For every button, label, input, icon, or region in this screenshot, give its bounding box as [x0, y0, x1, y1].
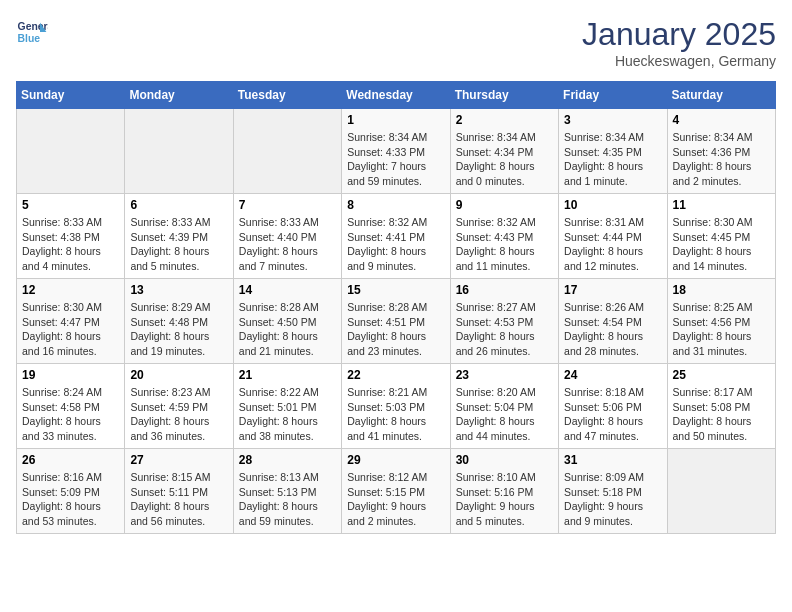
- day-info: Sunrise: 8:24 AMSunset: 4:58 PMDaylight:…: [22, 385, 119, 444]
- weekday-header: Tuesday: [233, 82, 341, 109]
- calendar-cell: 28Sunrise: 8:13 AMSunset: 5:13 PMDayligh…: [233, 449, 341, 534]
- day-number: 5: [22, 198, 119, 212]
- day-number: 6: [130, 198, 227, 212]
- day-number: 23: [456, 368, 553, 382]
- day-info: Sunrise: 8:21 AMSunset: 5:03 PMDaylight:…: [347, 385, 444, 444]
- day-info: Sunrise: 8:15 AMSunset: 5:11 PMDaylight:…: [130, 470, 227, 529]
- day-number: 25: [673, 368, 770, 382]
- weekday-header: Saturday: [667, 82, 775, 109]
- day-number: 2: [456, 113, 553, 127]
- calendar-cell: [667, 449, 775, 534]
- day-number: 15: [347, 283, 444, 297]
- calendar-cell: 5Sunrise: 8:33 AMSunset: 4:38 PMDaylight…: [17, 194, 125, 279]
- day-number: 18: [673, 283, 770, 297]
- calendar-cell: 20Sunrise: 8:23 AMSunset: 4:59 PMDayligh…: [125, 364, 233, 449]
- calendar-cell: 30Sunrise: 8:10 AMSunset: 5:16 PMDayligh…: [450, 449, 558, 534]
- calendar-cell: 9Sunrise: 8:32 AMSunset: 4:43 PMDaylight…: [450, 194, 558, 279]
- calendar-cell: 3Sunrise: 8:34 AMSunset: 4:35 PMDaylight…: [559, 109, 667, 194]
- day-number: 4: [673, 113, 770, 127]
- day-info: Sunrise: 8:34 AMSunset: 4:34 PMDaylight:…: [456, 130, 553, 189]
- day-info: Sunrise: 8:33 AMSunset: 4:39 PMDaylight:…: [130, 215, 227, 274]
- calendar-cell: 22Sunrise: 8:21 AMSunset: 5:03 PMDayligh…: [342, 364, 450, 449]
- weekday-header: Monday: [125, 82, 233, 109]
- day-number: 22: [347, 368, 444, 382]
- day-info: Sunrise: 8:25 AMSunset: 4:56 PMDaylight:…: [673, 300, 770, 359]
- page-header: General Blue January 2025 Hueckeswagen, …: [16, 16, 776, 69]
- calendar-cell: 11Sunrise: 8:30 AMSunset: 4:45 PMDayligh…: [667, 194, 775, 279]
- day-number: 26: [22, 453, 119, 467]
- day-number: 21: [239, 368, 336, 382]
- calendar-cell: 10Sunrise: 8:31 AMSunset: 4:44 PMDayligh…: [559, 194, 667, 279]
- day-info: Sunrise: 8:10 AMSunset: 5:16 PMDaylight:…: [456, 470, 553, 529]
- calendar-cell: 13Sunrise: 8:29 AMSunset: 4:48 PMDayligh…: [125, 279, 233, 364]
- weekday-header-row: SundayMondayTuesdayWednesdayThursdayFrid…: [17, 82, 776, 109]
- day-number: 7: [239, 198, 336, 212]
- calendar-cell: 14Sunrise: 8:28 AMSunset: 4:50 PMDayligh…: [233, 279, 341, 364]
- day-info: Sunrise: 8:17 AMSunset: 5:08 PMDaylight:…: [673, 385, 770, 444]
- day-number: 17: [564, 283, 661, 297]
- day-number: 11: [673, 198, 770, 212]
- calendar-cell: 17Sunrise: 8:26 AMSunset: 4:54 PMDayligh…: [559, 279, 667, 364]
- day-number: 28: [239, 453, 336, 467]
- calendar-cell: 31Sunrise: 8:09 AMSunset: 5:18 PMDayligh…: [559, 449, 667, 534]
- day-info: Sunrise: 8:23 AMSunset: 4:59 PMDaylight:…: [130, 385, 227, 444]
- weekday-header: Thursday: [450, 82, 558, 109]
- day-info: Sunrise: 8:30 AMSunset: 4:47 PMDaylight:…: [22, 300, 119, 359]
- day-number: 24: [564, 368, 661, 382]
- day-info: Sunrise: 8:28 AMSunset: 4:50 PMDaylight:…: [239, 300, 336, 359]
- calendar-cell: 21Sunrise: 8:22 AMSunset: 5:01 PMDayligh…: [233, 364, 341, 449]
- day-info: Sunrise: 8:28 AMSunset: 4:51 PMDaylight:…: [347, 300, 444, 359]
- weekday-header: Friday: [559, 82, 667, 109]
- day-number: 30: [456, 453, 553, 467]
- logo-icon: General Blue: [16, 16, 48, 48]
- title-block: January 2025 Hueckeswagen, Germany: [582, 16, 776, 69]
- day-info: Sunrise: 8:30 AMSunset: 4:45 PMDaylight:…: [673, 215, 770, 274]
- calendar-cell: 25Sunrise: 8:17 AMSunset: 5:08 PMDayligh…: [667, 364, 775, 449]
- day-info: Sunrise: 8:13 AMSunset: 5:13 PMDaylight:…: [239, 470, 336, 529]
- day-info: Sunrise: 8:33 AMSunset: 4:38 PMDaylight:…: [22, 215, 119, 274]
- day-info: Sunrise: 8:22 AMSunset: 5:01 PMDaylight:…: [239, 385, 336, 444]
- day-info: Sunrise: 8:16 AMSunset: 5:09 PMDaylight:…: [22, 470, 119, 529]
- calendar-cell: 23Sunrise: 8:20 AMSunset: 5:04 PMDayligh…: [450, 364, 558, 449]
- day-number: 12: [22, 283, 119, 297]
- calendar-cell: 27Sunrise: 8:15 AMSunset: 5:11 PMDayligh…: [125, 449, 233, 534]
- calendar-cell: 4Sunrise: 8:34 AMSunset: 4:36 PMDaylight…: [667, 109, 775, 194]
- calendar-cell: 7Sunrise: 8:33 AMSunset: 4:40 PMDaylight…: [233, 194, 341, 279]
- calendar-cell: 24Sunrise: 8:18 AMSunset: 5:06 PMDayligh…: [559, 364, 667, 449]
- day-info: Sunrise: 8:32 AMSunset: 4:43 PMDaylight:…: [456, 215, 553, 274]
- weekday-header: Wednesday: [342, 82, 450, 109]
- calendar-week-row: 26Sunrise: 8:16 AMSunset: 5:09 PMDayligh…: [17, 449, 776, 534]
- day-number: 1: [347, 113, 444, 127]
- day-number: 31: [564, 453, 661, 467]
- calendar-cell: 16Sunrise: 8:27 AMSunset: 4:53 PMDayligh…: [450, 279, 558, 364]
- calendar-cell: 19Sunrise: 8:24 AMSunset: 4:58 PMDayligh…: [17, 364, 125, 449]
- day-info: Sunrise: 8:32 AMSunset: 4:41 PMDaylight:…: [347, 215, 444, 274]
- calendar-subtitle: Hueckeswagen, Germany: [582, 53, 776, 69]
- calendar-title: January 2025: [582, 16, 776, 53]
- calendar-week-row: 19Sunrise: 8:24 AMSunset: 4:58 PMDayligh…: [17, 364, 776, 449]
- calendar-week-row: 1Sunrise: 8:34 AMSunset: 4:33 PMDaylight…: [17, 109, 776, 194]
- day-info: Sunrise: 8:29 AMSunset: 4:48 PMDaylight:…: [130, 300, 227, 359]
- day-info: Sunrise: 8:34 AMSunset: 4:35 PMDaylight:…: [564, 130, 661, 189]
- day-info: Sunrise: 8:31 AMSunset: 4:44 PMDaylight:…: [564, 215, 661, 274]
- day-number: 3: [564, 113, 661, 127]
- calendar-week-row: 12Sunrise: 8:30 AMSunset: 4:47 PMDayligh…: [17, 279, 776, 364]
- day-number: 8: [347, 198, 444, 212]
- day-info: Sunrise: 8:33 AMSunset: 4:40 PMDaylight:…: [239, 215, 336, 274]
- day-number: 14: [239, 283, 336, 297]
- svg-text:Blue: Blue: [18, 33, 41, 44]
- calendar-cell: 1Sunrise: 8:34 AMSunset: 4:33 PMDaylight…: [342, 109, 450, 194]
- calendar-cell: 18Sunrise: 8:25 AMSunset: 4:56 PMDayligh…: [667, 279, 775, 364]
- calendar-cell: [17, 109, 125, 194]
- day-number: 27: [130, 453, 227, 467]
- day-info: Sunrise: 8:27 AMSunset: 4:53 PMDaylight:…: [456, 300, 553, 359]
- calendar-table: SundayMondayTuesdayWednesdayThursdayFrid…: [16, 81, 776, 534]
- weekday-header: Sunday: [17, 82, 125, 109]
- day-number: 10: [564, 198, 661, 212]
- calendar-cell: [233, 109, 341, 194]
- day-number: 9: [456, 198, 553, 212]
- calendar-cell: 15Sunrise: 8:28 AMSunset: 4:51 PMDayligh…: [342, 279, 450, 364]
- day-number: 16: [456, 283, 553, 297]
- calendar-week-row: 5Sunrise: 8:33 AMSunset: 4:38 PMDaylight…: [17, 194, 776, 279]
- calendar-cell: [125, 109, 233, 194]
